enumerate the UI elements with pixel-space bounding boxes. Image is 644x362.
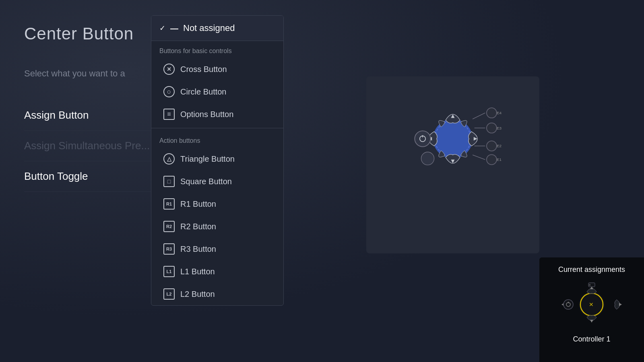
svg-point-17 [487,154,497,165]
r3-button-label: R3 Button [180,245,216,254]
svg-line-10 [473,113,485,119]
dash-icon: — [170,24,178,33]
controller-svg: E4 E3 E2 E1 [402,88,503,189]
svg-point-6 [415,131,430,146]
dropdown-selected-item[interactable]: ✓ — Not assigned [151,16,283,41]
svg-marker-29 [619,303,622,306]
r1-button-item[interactable]: R1 R1 Button [151,193,283,215]
circle-button-item[interactable]: ○ Circle Button [151,80,283,103]
svg-text:E3: E3 [497,126,502,130]
l2-button-item[interactable]: L2 L2 Button [151,283,283,305]
options-button-icon: ≡ [163,109,175,120]
svg-point-14 [487,108,497,118]
assignments-title: Current assignments [558,265,625,274]
square-button-item[interactable]: □ Square Button [151,170,283,193]
svg-text:✕: ✕ [589,301,594,308]
r1-button-label: R1 Button [180,200,216,209]
r2-button-item[interactable]: R2 R2 Button [151,215,283,238]
svg-text:E2: E2 [497,144,502,148]
l2-button-label: L2 Button [180,290,215,299]
options-button-label: Options Button [180,110,233,119]
cross-button-icon: ✕ [163,64,175,75]
svg-text:E1: E1 [497,157,502,162]
r2-button-icon: R2 [163,221,175,232]
square-button-icon: □ [163,176,175,187]
r3-button-item[interactable]: R3 R3 Button [151,238,283,260]
svg-point-0 [433,119,473,158]
controller-area: E4 E3 E2 E1 [366,76,539,253]
circle-button-icon: ○ [163,86,175,97]
cross-button-label: Cross Button [180,65,227,74]
r1-button-icon: R1 [163,198,175,210]
l1-button-item[interactable]: L1 L1 Button [151,260,283,283]
triangle-button-label: Triangle Button [180,154,235,164]
check-icon: ✓ [159,24,165,33]
svg-text:E4: E4 [497,111,502,115]
circle-button-label: Circle Button [180,87,227,97]
dropdown-panel: ✓ — Not assigned Buttons for basic contr… [151,15,284,306]
section-header-action: Action buttons [151,131,283,148]
cross-button-item[interactable]: ✕ Cross Button [151,58,283,80]
svg-line-13 [473,155,485,160]
controller-diagram-container: E4 E3 E2 E1 [366,76,539,253]
l1-button-label: L1 Button [180,267,215,276]
triangle-button-item[interactable]: △ Triangle Button [151,148,283,170]
l1-button-icon: L1 [163,266,175,277]
square-button-label: Square Button [180,177,232,186]
options-button-item[interactable]: ≡ Options Button [151,103,283,125]
r2-button-label: R2 Button [180,222,216,231]
triangle-button-icon: △ [163,153,175,165]
svg-text:≡: ≡ [589,283,591,287]
r3-button-icon: R3 [163,243,175,255]
svg-point-30 [564,300,573,309]
assignments-mini-controller: ✕ ≡ [555,280,628,329]
not-assigned-text: Not assigned [183,23,235,33]
svg-point-16 [487,141,497,151]
svg-marker-27 [590,320,593,323]
section-header-basic: Buttons for basic controls [151,41,283,58]
assignments-controller-label: Controller 1 [573,335,610,343]
divider [151,128,283,128]
assignments-panel: Current assignments ✕ ≡ Controller 1 [539,257,644,362]
svg-point-15 [487,123,497,133]
svg-point-9 [421,152,434,165]
l2-button-icon: L2 [163,288,175,300]
